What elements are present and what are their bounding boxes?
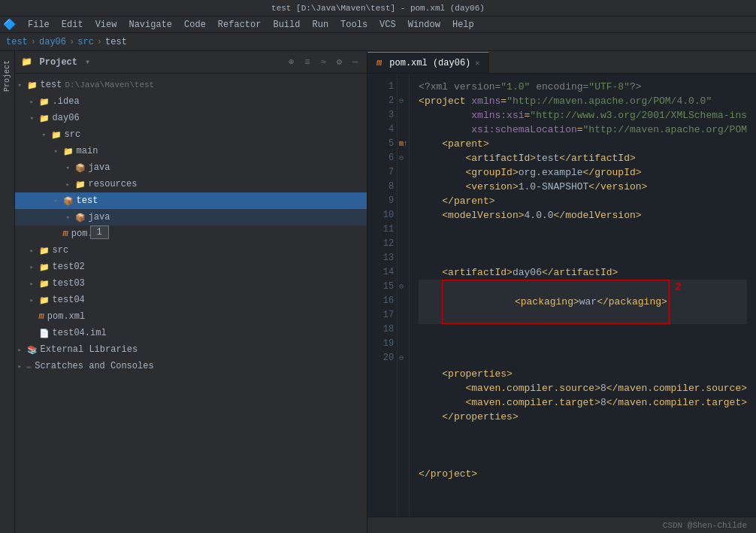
packaging-highlight: <packaging>war</packaging>: [442, 280, 669, 324]
iml-icon: 📄: [39, 329, 50, 338]
tree-arrow-src-top: [30, 247, 39, 255]
tree-item-scratches[interactable]: ✏️ Scratches and Consoles: [15, 358, 367, 374]
tree-arrow-main: [54, 147, 63, 156]
fold-15[interactable]: ⊖: [399, 280, 407, 294]
tree-item-external-libs[interactable]: 📚 External Libraries: [15, 341, 367, 358]
menu-tools[interactable]: Tools: [334, 17, 373, 32]
locate-icon[interactable]: ⊕: [286, 55, 297, 69]
fold-2[interactable]: ⊖: [399, 94, 407, 108]
window-title: test [D:\Java\Maven\test] - pom.xml (day…: [271, 4, 485, 13]
code-line-2: <project xmlns="http://maven.apache.org/…: [419, 94, 747, 108]
tree-label-day06: day06: [53, 113, 80, 123]
code-line-14: [419, 324, 747, 367]
tree-path-test: D:\Java\Maven\test: [65, 80, 154, 89]
sort-icon[interactable]: ≈: [317, 56, 328, 69]
tree-item-pom-xml-top[interactable]: m pom.xml: [15, 308, 367, 325]
tree-item-resources[interactable]: 📁 resources: [15, 176, 367, 192]
maven-icon-top: m: [39, 311, 44, 322]
breadcrumb-item-day06[interactable]: day06: [39, 37, 66, 47]
tree-arrow-test-folder: [54, 197, 63, 205]
tree-item-src-top[interactable]: 📁 src: [15, 242, 367, 259]
tree-item-pom-xml-inner[interactable]: m pom.xml 1: [15, 226, 367, 242]
collapse-icon[interactable]: ≡: [301, 56, 313, 69]
code-line-19: [419, 424, 747, 467]
code-line-1: <?xml version="1.0" encoding="UTF-8"?>: [419, 80, 747, 94]
tree-item-test-root[interactable]: 📁 test D:\Java\Maven\test: [15, 77, 367, 93]
menu-file[interactable]: File: [22, 17, 56, 32]
menu-code[interactable]: Code: [178, 17, 212, 32]
status-bar: CSDN @Shen-Childe: [367, 516, 756, 533]
code-line-7: <groupId>org.example</groupId>: [419, 165, 747, 180]
tree-item-day06[interactable]: 📁 day06: [15, 110, 367, 126]
fold-20[interactable]: ⊖: [399, 351, 407, 365]
menu-run[interactable]: Run: [306, 17, 334, 32]
settings-icon[interactable]: ⚙: [334, 55, 345, 69]
folder-icon-src: 📁: [51, 130, 62, 140]
tree-arrow-test: [18, 81, 27, 89]
project-folder-icon: 📁: [21, 56, 32, 68]
project-dropdown-icon[interactable]: ▾: [85, 56, 90, 68]
menu-vcs[interactable]: VCS: [373, 17, 402, 32]
menu-build[interactable]: Build: [267, 17, 306, 32]
sidebar-project-tab[interactable]: Project: [2, 56, 13, 96]
tree-arrow-resources: [66, 180, 75, 189]
tab-label-pom: pom.xml (day06): [389, 58, 470, 68]
tree-label-src-top: src: [53, 245, 69, 256]
tree-item-test-java[interactable]: 📦 java: [15, 209, 367, 226]
menu-refactor[interactable]: Refactor: [212, 17, 268, 32]
folder-icon-test: 📁: [27, 80, 38, 90]
tree-arrow-idea: [30, 98, 39, 106]
line-numbers: 1 2 3 4 5 6 7 8 9 10 11 12 13 14 15 16 1…: [367, 74, 398, 516]
scratches-icon: ✏️: [27, 362, 32, 371]
code-line-13: <packaging>war</packaging> 2: [419, 280, 747, 324]
tree-label-main: main: [77, 146, 98, 156]
hide-icon[interactable]: —: [349, 56, 361, 69]
tree-item-main[interactable]: 📁 main: [15, 143, 367, 159]
menu-bar: 🔷 File Edit View Navigate Code Refactor …: [0, 17, 756, 33]
tree-item-idea[interactable]: 📁 .idea: [15, 93, 367, 110]
ext-libs-icon: 📚: [27, 345, 38, 355]
tree-item-test02[interactable]: 📁 test02: [15, 259, 367, 275]
pom-popup: 1: [90, 226, 109, 239]
tree-label-main-java: java: [89, 162, 110, 173]
folder-icon-src-top: 📁: [39, 246, 50, 256]
menu-view[interactable]: View: [89, 17, 123, 32]
folder-icon-main: 📁: [63, 147, 74, 156]
breadcrumb-item-test[interactable]: test: [6, 37, 28, 47]
tree-label-scratches: Scratches and Consoles: [35, 361, 153, 371]
project-tree: 📁 test D:\Java\Maven\test 📁 .idea 📁 day0…: [15, 74, 367, 533]
tree-item-test04-iml[interactable]: 📄 test04.iml: [15, 325, 367, 341]
fold-5[interactable]: m↑ ⊖: [399, 137, 407, 151]
tree-label-test-folder: test: [77, 195, 98, 206]
code-line-20: </project>: [419, 467, 747, 481]
project-panel-title: Project: [40, 57, 77, 68]
java-folder-icon-test-java: 📦: [75, 213, 86, 223]
tree-label-pom-top: pom.xml: [47, 311, 85, 322]
code-editor[interactable]: <?xml version="1.0" encoding="UTF-8"?> <…: [410, 74, 756, 516]
main-layout: Project 📁 Project ▾ ⊕ ≡ ≈ ⚙ — 📁 test D:\…: [0, 51, 756, 533]
code-line-17: <maven.compiler.target>8</maven.compiler…: [419, 395, 747, 410]
tree-item-test03[interactable]: 📁 test03: [15, 275, 367, 292]
menu-help[interactable]: Help: [446, 17, 480, 32]
editor-area: m pom.xml (day06) ✕ 1 2 3 4 5 6 7 8 9 10…: [367, 51, 756, 533]
editor-content: 1 2 3 4 5 6 7 8 9 10 11 12 13 14 15 16 1…: [367, 74, 756, 516]
tree-item-test04[interactable]: 📁 test04: [15, 292, 367, 308]
annotation-2: 2: [676, 280, 682, 294]
menu-edit[interactable]: Edit: [56, 17, 89, 32]
status-text: CSDN @Shen-Childe: [663, 521, 747, 530]
breadcrumb-item-current[interactable]: test: [105, 37, 127, 47]
folder-icon-idea: 📁: [39, 97, 50, 107]
menu-window[interactable]: Window: [402, 17, 446, 32]
tree-item-src[interactable]: 📁 src: [15, 126, 367, 143]
tree-item-test[interactable]: 📦 test: [15, 192, 367, 209]
tree-arrow-test-java: [66, 214, 75, 222]
breadcrumb-item-src[interactable]: src: [77, 37, 94, 47]
tree-arrow-day06: [30, 114, 39, 123]
gutter: ⊖ m↑ ⊖ ⊖ ⊖: [398, 74, 410, 516]
tree-item-main-java[interactable]: 📦 java: [15, 159, 367, 176]
tree-label-idea: .idea: [53, 96, 80, 107]
tree-label-src: src: [65, 129, 81, 140]
tab-pom-xml[interactable]: m pom.xml (day06) ✕: [367, 52, 489, 73]
menu-navigate[interactable]: Navigate: [122, 17, 178, 32]
tab-close-icon[interactable]: ✕: [475, 59, 479, 68]
